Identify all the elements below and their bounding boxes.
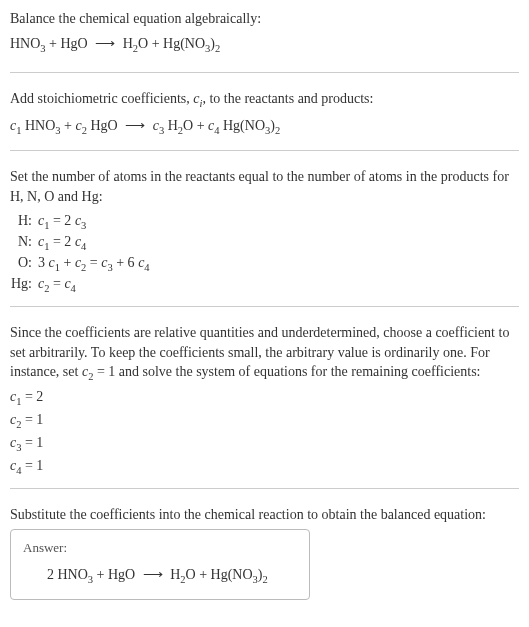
atom-label: Hg: xyxy=(10,273,38,294)
eq-text: + HgO xyxy=(93,567,139,582)
atom-row-hg: Hg: c2 = c4 xyxy=(10,273,519,294)
divider xyxy=(10,306,519,307)
eq-text: HNO xyxy=(10,36,40,51)
eq-text: + HgO xyxy=(46,36,92,51)
text: = 1 and solve the system of equations fo… xyxy=(93,364,480,379)
choose-text: Since the coefficients are relative quan… xyxy=(10,323,519,382)
atoms-title: Set the number of atoms in the reactants… xyxy=(10,167,519,206)
reaction-arrow: ⟶ xyxy=(139,567,167,582)
eq-text: = 2 xyxy=(21,389,43,404)
atom-eq: c1 = 2 c3 xyxy=(38,210,86,231)
atom-label: N: xyxy=(10,231,38,252)
atoms-section: Set the number of atoms in the reactants… xyxy=(10,167,519,294)
atom-label: H: xyxy=(10,210,38,231)
coef-row: c1 = 2 xyxy=(10,386,519,407)
eq-text: + xyxy=(60,255,75,270)
eq-text: = 2 xyxy=(49,213,74,228)
choose-section: Since the coefficients are relative quan… xyxy=(10,323,519,476)
eq-text: HNO xyxy=(21,118,55,133)
atom-row-h: H: c1 = 2 c3 xyxy=(10,210,519,231)
var-sub: 3 xyxy=(81,220,86,231)
coefficient-list: c1 = 2 c2 = 1 c3 = 1 c4 = 1 xyxy=(10,386,519,476)
coef-row: c2 = 1 xyxy=(10,409,519,430)
var-sub: 4 xyxy=(144,262,149,273)
eq-text: 3 xyxy=(38,255,49,270)
var-sub: 4 xyxy=(81,241,86,252)
eq-text: H xyxy=(167,567,181,582)
answer-label: Answer: xyxy=(23,540,297,556)
eq-text: = xyxy=(49,276,64,291)
substitute-text: Substitute the coefficients into the che… xyxy=(10,505,519,525)
eq-text: + 6 xyxy=(113,255,138,270)
intro-section: Balance the chemical equation algebraica… xyxy=(10,8,519,56)
eq-text: = 2 xyxy=(49,234,74,249)
atom-label: O: xyxy=(10,252,38,273)
eq-text: = 1 xyxy=(21,458,43,473)
atom-row-o: O: 3 c1 + c2 = c3 + 6 c4 xyxy=(10,252,519,273)
atom-eq: 3 c1 + c2 = c3 + 6 c4 xyxy=(38,252,150,273)
eq-text: O + xyxy=(183,118,208,133)
eq-text: = 1 xyxy=(21,435,43,450)
reaction-arrow: ⟶ xyxy=(121,118,149,133)
eq-text: H xyxy=(164,118,178,133)
eq-text: = 1 xyxy=(21,412,43,427)
var-sub: 4 xyxy=(71,283,76,294)
atom-eq: c2 = c4 xyxy=(38,273,76,294)
divider xyxy=(10,72,519,73)
substitute-section: Substitute the coefficients into the che… xyxy=(10,505,519,600)
intro-title: Balance the chemical equation algebraica… xyxy=(10,8,519,29)
eq-sub: 2 xyxy=(263,573,268,584)
eq-sub: 2 xyxy=(215,43,220,54)
divider xyxy=(10,488,519,489)
atom-equations-table: H: c1 = 2 c3 N: c1 = 2 c4 O: 3 c1 + c2 =… xyxy=(10,210,519,294)
eq-text: O + Hg(NO xyxy=(138,36,205,51)
eq-text: HgO xyxy=(87,118,121,133)
text: Add stoichiometric coefficients, xyxy=(10,91,193,106)
divider xyxy=(10,150,519,151)
text: , to the reactants and products: xyxy=(202,91,373,106)
eq-text: Hg(NO xyxy=(220,118,266,133)
eq-text: = xyxy=(86,255,101,270)
reaction-arrow: ⟶ xyxy=(91,36,119,51)
coef-row: c3 = 1 xyxy=(10,432,519,453)
coef-row: c4 = 1 xyxy=(10,455,519,476)
eq-text: + xyxy=(61,118,76,133)
eq-text: 2 HNO xyxy=(47,567,88,582)
eq-text: H xyxy=(119,36,133,51)
stoich-equation: c1 HNO3 + c2 HgO ⟶ c3 H2O + c4 Hg(NO3)2 xyxy=(10,113,519,138)
eq-sub: 2 xyxy=(275,125,280,136)
intro-equation: HNO3 + HgO ⟶ H2O + Hg(NO3)2 xyxy=(10,31,519,56)
answer-box: Answer: 2 HNO3 + HgO ⟶ H2O + Hg(NO3)2 xyxy=(10,529,310,600)
answer-equation: 2 HNO3 + HgO ⟶ H2O + Hg(NO3)2 xyxy=(23,562,297,587)
eq-text: O + Hg(NO xyxy=(186,567,253,582)
stoich-section: Add stoichiometric coefficients, ci, to … xyxy=(10,89,519,138)
atom-row-n: N: c1 = 2 c4 xyxy=(10,231,519,252)
atom-eq: c1 = 2 c4 xyxy=(38,231,86,252)
stoich-title: Add stoichiometric coefficients, ci, to … xyxy=(10,89,519,109)
